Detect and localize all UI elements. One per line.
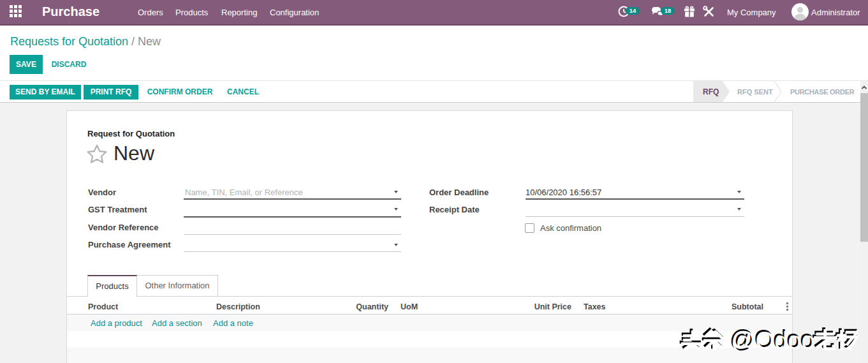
svg-text:RFQ: RFQ: [703, 87, 719, 96]
svg-text:RFQ SENT: RFQ SENT: [737, 88, 773, 96]
svg-text:PURCHASE ORDER: PURCHASE ORDER: [790, 88, 855, 96]
